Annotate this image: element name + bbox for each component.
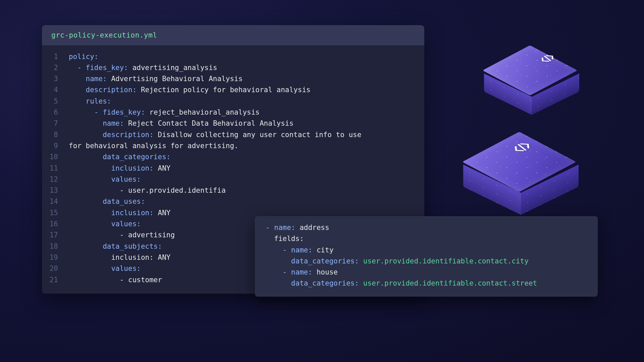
code-bracket-icon [535, 52, 562, 66]
code-line: - name: address [266, 222, 587, 233]
code-line: - fides_key: reject_behavioral_analysis [69, 107, 424, 118]
line-number: 6 [42, 107, 58, 118]
code-line: name: Advertising Behavioral Analysis [69, 73, 424, 84]
code-line: data_categories: user.provided.identifia… [266, 278, 587, 289]
line-number: 4 [42, 84, 58, 96]
line-number: 1 [42, 51, 58, 62]
line-number: 21 [42, 275, 58, 286]
code-line: - name: city [266, 245, 587, 256]
line-number: 13 [42, 185, 58, 196]
svg-line-0 [543, 56, 552, 61]
line-number: 2 [42, 62, 58, 73]
line-number: 16 [42, 219, 58, 230]
code-line: - fides_key: advertising_analysis [69, 62, 424, 73]
line-number: 18 [42, 241, 58, 252]
line-number: 19 [42, 252, 58, 263]
code-line: inclusion: ANY [69, 163, 424, 174]
line-number: 5 [42, 96, 58, 107]
line-number: 12 [42, 174, 58, 185]
editor-tab[interactable]: grc-policy-execution.yml [42, 25, 424, 45]
code-line: description: Disallow collecting any use… [69, 129, 424, 140]
yaml-tooltip-overlay: - name: address fields: - name: city dat… [255, 216, 598, 297]
code-line: for behavioral analysis for advertising. [69, 140, 424, 152]
code-line: data_categories: user.provided.identifia… [266, 256, 587, 267]
code-line: values: [69, 174, 424, 185]
line-number: 7 [42, 118, 58, 129]
code-line: - user.provided.identifia [69, 185, 424, 196]
code-line: data_uses: [69, 196, 424, 207]
isometric-block-top [483, 50, 580, 117]
isometric-block-bottom [463, 139, 580, 216]
line-number: 8 [42, 129, 58, 140]
code-bracket-icon [506, 139, 541, 158]
line-number: 17 [42, 230, 58, 241]
editor-filename: grc-policy-execution.yml [51, 31, 157, 39]
line-number: 3 [42, 73, 58, 84]
line-number: 20 [42, 263, 58, 274]
code-line: - name: house [266, 267, 587, 278]
code-line: name: Reject Contact Data Behavioral Ana… [69, 118, 424, 129]
code-line: fields: [266, 233, 587, 244]
line-number: 15 [42, 207, 58, 219]
code-line: rules: [69, 96, 424, 107]
line-number: 9 [42, 140, 58, 152]
line-number-gutter: 123456789101112131415161718192021 [42, 51, 60, 286]
code-line: data_categories: [69, 152, 424, 163]
line-number: 11 [42, 163, 58, 174]
line-number: 14 [42, 196, 58, 207]
line-number: 10 [42, 152, 58, 163]
svg-line-1 [517, 144, 527, 150]
code-line: policy: [69, 51, 424, 62]
code-line: description: Rejection policy for behavi… [69, 84, 424, 96]
